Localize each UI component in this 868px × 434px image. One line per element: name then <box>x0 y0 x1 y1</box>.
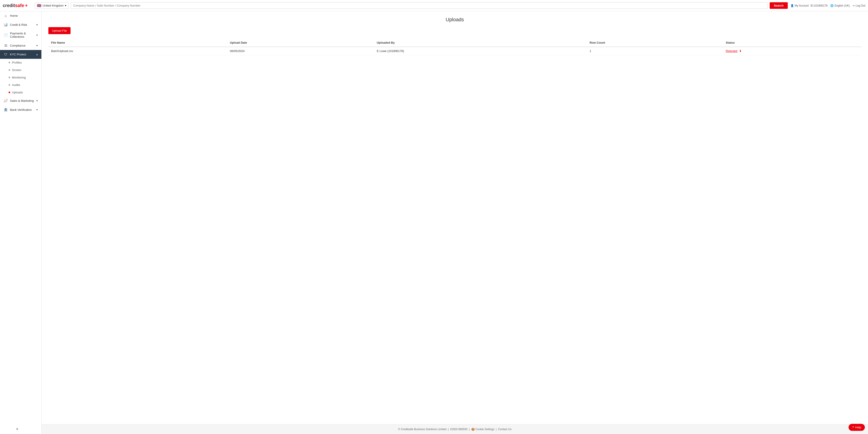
uploads-table: File Name Upload Date Uploaded By Row Co… <box>49 39 861 55</box>
sidebar-sub-item-monitoring[interactable]: Monitoring <box>0 74 41 81</box>
kyc-protect-icon: 🛡 <box>4 53 8 56</box>
sidebar-item-label: KYC Protect <box>10 53 26 56</box>
sidebar-item-home[interactable]: ⌂ Home <box>0 11 41 20</box>
sidebar-sub-item-audits[interactable]: Audits <box>0 81 41 89</box>
chevron-down-icon: ▾ <box>36 108 38 111</box>
app-body: ⌂ Home 📊 Credit & Risk ▾ 📄 Payments & Co… <box>0 11 868 434</box>
language-selector[interactable]: 🌐 English (UK) <box>830 4 850 7</box>
sidebar-item-label: Sales & Marketing <box>10 99 34 103</box>
dot-icon <box>8 62 10 63</box>
dot-icon <box>8 92 10 93</box>
status-rejected-link[interactable]: Rejected <box>726 49 737 53</box>
bank-verification-icon: 🏦 <box>4 108 8 112</box>
cell-uploaded-by: E Lowe (101806178) <box>374 47 587 55</box>
table-row: BatchUpload.csv 06/05/2024 E Lowe (10180… <box>49 47 861 55</box>
col-status: Status <box>723 39 861 47</box>
chevron-up-icon: ▴ <box>36 53 38 56</box>
logout-button[interactable]: ↪ Log Out <box>852 4 865 7</box>
sidebar-item-compliance[interactable]: ⚖ Compliance ▾ <box>0 41 41 50</box>
home-icon: ⌂ <box>4 14 8 18</box>
account-icon: 👤 <box>790 4 794 7</box>
chevron-down-icon: ▾ <box>36 23 38 26</box>
sales-marketing-icon: 📈 <box>4 98 8 103</box>
sidebar-item-label: Bank Verification <box>10 108 32 112</box>
logo-text: creditsafe <box>3 3 24 8</box>
col-upload-date: Upload Date <box>227 39 374 47</box>
logo: creditsafe ✈ <box>3 3 28 8</box>
cell-row-count: 1 <box>587 47 723 55</box>
main-content: Uploads Upload File File Name Upload Dat… <box>41 11 868 434</box>
col-file-name: File Name <box>49 39 227 47</box>
lang-icon: 🌐 <box>830 4 834 7</box>
footer: © Creditsafe Business Solutions Limited … <box>41 424 868 434</box>
col-uploaded-by: Uploaded By <box>374 39 587 47</box>
search-button[interactable]: Search <box>770 2 787 9</box>
country-selector[interactable]: 🇬🇧 United Kingdom ▾ <box>35 2 69 9</box>
flag-icon: 🇬🇧 <box>37 3 41 8</box>
page-title: Uploads <box>49 17 861 23</box>
cell-file-name: BatchUpload.csv <box>49 47 227 55</box>
lang-label: English (UK) <box>835 4 850 7</box>
account-id: ID:101806178 <box>811 4 828 7</box>
col-row-count: Row Count <box>587 39 723 47</box>
sidebar-item-payments-collections[interactable]: 📄 Payments & Collections ▾ <box>0 29 41 41</box>
sidebar-item-label: Home <box>10 14 18 18</box>
credit-risk-icon: 📊 <box>4 23 8 27</box>
sidebar-close-button[interactable]: ✕ <box>16 427 19 431</box>
cell-upload-date: 06/05/2024 <box>227 47 374 55</box>
sidebar-sub-item-screen[interactable]: Screen <box>0 66 41 74</box>
help-label: Help <box>855 426 861 429</box>
chevron-down-icon: ▾ <box>36 99 38 102</box>
sub-item-label: Screen <box>12 68 21 72</box>
cell-status: Rejected ⬇ <box>723 47 861 55</box>
sidebar-sub-item-uploads[interactable]: Uploads <box>0 89 41 96</box>
sidebar-item-credit-risk[interactable]: 📊 Credit & Risk ▾ <box>0 20 41 29</box>
logout-label: Log Out <box>856 4 865 7</box>
cookie-settings-link[interactable]: Cookie Settings <box>475 428 494 431</box>
sidebar-item-label: Compliance <box>10 44 26 47</box>
sub-item-label: Monitoring <box>12 76 26 79</box>
table-header-row: File Name Upload Date Uploaded By Row Co… <box>49 39 861 47</box>
sub-item-label: Audits <box>12 83 20 87</box>
help-button[interactable]: ? Help <box>848 424 865 431</box>
sidebar-item-label: Credit & Risk <box>10 23 27 26</box>
logo-icon: ✈ <box>25 3 28 8</box>
country-label: United Kingdom <box>43 4 64 7</box>
header: creditsafe ✈ 🇬🇧 United Kingdom ▾ Search … <box>0 0 868 11</box>
search-input[interactable] <box>71 2 767 9</box>
sidebar-item-bank-verification[interactable]: 🏦 Bank Verification ▾ <box>0 105 41 114</box>
sidebar-item-sales-marketing[interactable]: 📈 Sales & Marketing ▾ <box>0 96 41 105</box>
contact-us-link[interactable]: Contact Us <box>498 428 511 431</box>
sidebar-item-label: Payments & Collections <box>10 32 34 38</box>
account-menu[interactable]: 👤 My Account ID:101806178 <box>790 4 828 7</box>
upload-file-button[interactable]: Upload File <box>49 27 70 34</box>
header-right: Search 👤 My Account ID:101806178 🌐 Engli… <box>770 2 865 9</box>
help-icon: ? <box>852 426 854 429</box>
dot-icon <box>8 69 10 71</box>
sidebar-sub-item-profiles[interactable]: Profiles <box>0 59 41 66</box>
sidebar-item-kyc-protect[interactable]: 🛡 KYC Protect ▴ <box>0 50 41 59</box>
dot-icon <box>8 77 10 78</box>
footer-copyright: © Creditsafe Business Solutions Limited <box>398 428 446 431</box>
sidebar: ⌂ Home 📊 Credit & Risk ▾ 📄 Payments & Co… <box>0 11 41 434</box>
sub-item-label: Profiles <box>12 61 22 64</box>
dot-icon <box>8 84 10 86</box>
account-label: My Account <box>795 4 809 7</box>
cookie-icon: 🍪 <box>471 428 475 431</box>
download-icon[interactable]: ⬇ <box>739 49 742 53</box>
logout-icon: ↪ <box>852 4 855 7</box>
footer-phone: 02920 886500 <box>450 428 467 431</box>
sub-item-label: Uploads <box>12 91 23 94</box>
payments-icon: 📄 <box>4 33 8 37</box>
compliance-icon: ⚖ <box>4 44 8 48</box>
chevron-down-icon: ▾ <box>36 44 38 47</box>
chevron-down-icon: ▾ <box>65 4 66 7</box>
chevron-down-icon: ▾ <box>36 34 38 37</box>
